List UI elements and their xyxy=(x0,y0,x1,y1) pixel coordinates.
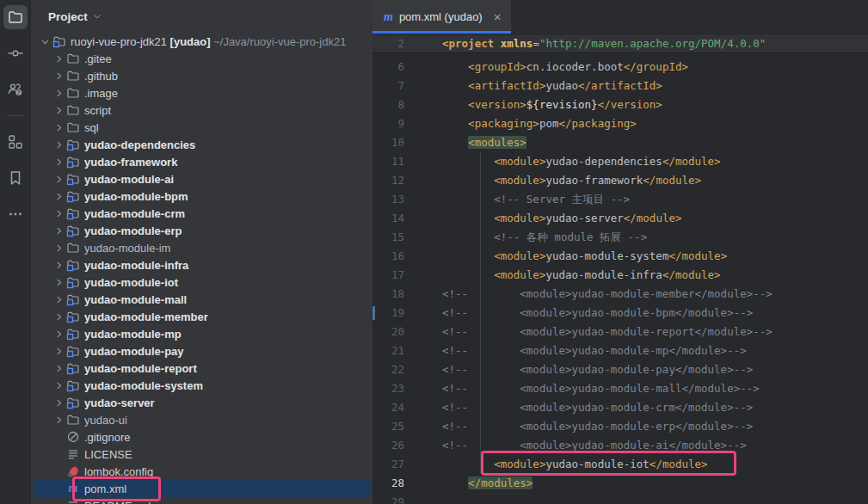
code-line-7[interactable]: 7 <artifactId>yudao</artifactId> xyxy=(372,77,868,95)
close-icon[interactable]: × xyxy=(489,10,502,23)
code-line-25[interactable]: 25<!-- <module>yudao-module-erp</module>… xyxy=(372,417,868,436)
tree-item-yudao-module-mall[interactable]: yudao-module-mall xyxy=(31,291,372,308)
tree-item-yudao-module-infra[interactable]: yudao-module-infra xyxy=(31,256,372,274)
module-folder-icon xyxy=(52,34,67,48)
code-line-9[interactable]: 9 <packaging>pom</packaging> xyxy=(372,114,868,133)
project-panel-header[interactable]: Project xyxy=(31,0,372,33)
line-number: 20 xyxy=(372,323,404,341)
tree-item--github[interactable]: .github xyxy=(31,67,372,84)
code-line-13[interactable]: 13 <!-- Server 主项目 --> xyxy=(372,190,868,209)
chevron-right-icon[interactable] xyxy=(52,344,65,358)
tree-item-yudao-framework[interactable]: yudao-framework xyxy=(31,153,372,170)
tree-item--image[interactable]: .image xyxy=(31,84,372,101)
tree-item-yudao-module-bpm[interactable]: yudao-module-bpm xyxy=(31,187,372,205)
indent-guide xyxy=(480,152,481,474)
chevron-right-icon[interactable] xyxy=(52,138,65,151)
editor-tab-pom-xml[interactable]: m pom.xml (yudao) × xyxy=(372,0,511,34)
module-folder-icon xyxy=(65,361,81,375)
pull-requests-tool-button[interactable]: ? xyxy=(3,77,28,101)
tree-item-yudao-module-mp[interactable]: yudao-module-mp xyxy=(31,325,372,342)
chevron-right-icon[interactable] xyxy=(52,378,65,392)
chevron-right-icon[interactable] xyxy=(52,155,65,169)
chevron-right-icon[interactable] xyxy=(52,120,65,134)
chevron-right-icon[interactable] xyxy=(52,396,65,409)
tree-item-yudao-ui[interactable]: yudao-ui xyxy=(31,411,372,428)
project-tool-button[interactable] xyxy=(3,5,28,29)
tree-item-label: yudao-module-erp xyxy=(81,224,182,237)
tree-item--gitee[interactable]: .gitee xyxy=(31,50,372,67)
folder-icon xyxy=(65,120,81,134)
code-line-16[interactable]: 16 <module>yudao-module-system</module> xyxy=(372,247,868,266)
chevron-right-icon[interactable] xyxy=(52,103,65,117)
code-line-28[interactable]: 28 </modules> xyxy=(372,474,868,493)
tree-item-yudao-module-ai[interactable]: yudao-module-ai xyxy=(31,170,372,187)
chevron-right-icon[interactable] xyxy=(52,275,65,289)
tree-item-yudao-module-report[interactable]: yudao-module-report xyxy=(31,360,372,377)
tree-item-sql[interactable]: sql xyxy=(31,119,372,136)
tree-item-pom-xml[interactable]: mpom.xml xyxy=(31,480,372,497)
code-line-18[interactable]: 18<!-- <module>yudao-module-member</modu… xyxy=(372,285,868,304)
code-line-27[interactable]: 27 <module>yudao-module-iot</module> xyxy=(372,455,868,474)
structure-tool-button[interactable] xyxy=(3,130,28,154)
chevron-right-icon[interactable] xyxy=(52,327,65,341)
tree-item-yudao-module-crm[interactable]: yudao-module-crm xyxy=(31,205,372,222)
chevron-right-icon[interactable] xyxy=(52,86,65,100)
tree-item-yudao-module-system[interactable]: yudao-module-system xyxy=(31,377,372,394)
line-number: 15 xyxy=(372,228,404,247)
code-line-20[interactable]: 20<!-- <module>yudao-module-report</modu… xyxy=(372,323,868,341)
chevron-right-icon[interactable] xyxy=(52,52,65,65)
chevron-right-icon[interactable] xyxy=(52,292,65,306)
tree-item-readme-md[interactable]: README.md xyxy=(31,497,372,504)
code-line-8[interactable]: 8 <version>${revision}</version> xyxy=(372,95,868,114)
maven-icon: m xyxy=(65,482,81,495)
code-line-21[interactable]: 21<!-- <module>yudao-module-mp</module>-… xyxy=(372,341,868,360)
module-folder-icon xyxy=(65,224,81,237)
code-line-6[interactable]: 6 <groupId>cn.iocoder.boot</groupId> xyxy=(372,58,868,77)
chevron-right-icon[interactable] xyxy=(52,224,65,237)
tree-item-license[interactable]: LICENSE xyxy=(31,446,372,463)
line-number: 13 xyxy=(372,190,404,209)
chevron-right-icon[interactable] xyxy=(52,258,65,272)
tree-item-yudao-module-pay[interactable]: yudao-module-pay xyxy=(31,342,372,360)
code-line-23[interactable]: 23<!-- <module>yudao-module-mall</module… xyxy=(372,379,868,398)
tree-item-yudao-server[interactable]: yudao-server xyxy=(31,394,372,411)
code-text: <module>yudao-dependencies</module> xyxy=(404,152,721,171)
sticky-header-line: 2<project xmlns="http://maven.apache.org… xyxy=(372,34,868,53)
chevron-right-icon[interactable] xyxy=(52,172,65,186)
code-line-11[interactable]: 11 <module>yudao-dependencies</module> xyxy=(372,152,868,171)
code-line-15[interactable]: 15 <!-- 各种 module 拓展 --> xyxy=(372,228,868,247)
commit-tool-button[interactable] xyxy=(3,41,28,65)
code-line-22[interactable]: 22<!-- <module>yudao-module-pay</module>… xyxy=(372,360,868,379)
line-number: 23 xyxy=(372,379,404,398)
code-line-24[interactable]: 24<!-- <module>yudao-module-crm</module>… xyxy=(372,398,868,417)
tree-item-yudao-module-member[interactable]: yudao-module-member xyxy=(31,308,372,325)
code-line-26[interactable]: 26<!-- <module>yudao-module-ai</module>-… xyxy=(372,436,868,455)
code-line-14[interactable]: 14 <module>yudao-server</module> xyxy=(372,209,868,228)
code-line-10[interactable]: 10 <modules> xyxy=(372,133,868,152)
chevron-right-icon[interactable] xyxy=(52,241,65,255)
code-line-17[interactable]: 17 <module>yudao-module-infra</module> xyxy=(372,266,868,285)
code-line-19[interactable]: 19<!-- <module>yudao-module-bpm</module>… xyxy=(372,304,868,323)
chevron-right-icon[interactable] xyxy=(52,361,65,375)
tree-item-yudao-module-im[interactable]: yudao-module-im xyxy=(31,239,372,256)
tree-item-script[interactable]: script xyxy=(31,101,372,119)
tree-item-yudao-module-erp[interactable]: yudao-module-erp xyxy=(31,222,372,239)
tree-item-yudao-module-iot[interactable]: yudao-module-iot xyxy=(31,274,372,291)
more-tools-tool-button[interactable] xyxy=(3,202,28,226)
folder-icon xyxy=(65,413,81,427)
chevron-down-icon[interactable] xyxy=(38,34,52,48)
code-line-29[interactable]: 29 xyxy=(372,493,868,504)
tree-root-project[interactable]: ruoyi-vue-pro-jdk21 [yudao] ~/Java/ruoyi… xyxy=(31,33,372,50)
chevron-right-icon[interactable] xyxy=(52,69,65,83)
chevron-right-icon[interactable] xyxy=(52,310,65,323)
tree-item-lombok-config[interactable]: lombok.config xyxy=(31,463,372,480)
code-area[interactable]: 6 <groupId>cn.iocoder.boot</groupId>7 <a… xyxy=(372,53,868,504)
tree-item-label: .gitignore xyxy=(81,431,130,444)
chevron-right-icon[interactable] xyxy=(52,206,65,220)
bookmarks-tool-button[interactable] xyxy=(3,166,28,190)
tree-item--gitignore[interactable]: .gitignore xyxy=(31,428,372,446)
code-line-12[interactable]: 12 <module>yudao-framework</module> xyxy=(372,171,868,190)
chevron-right-icon[interactable] xyxy=(52,413,65,427)
tree-item-yudao-dependencies[interactable]: yudao-dependencies xyxy=(31,136,372,153)
chevron-right-icon[interactable] xyxy=(52,189,65,203)
